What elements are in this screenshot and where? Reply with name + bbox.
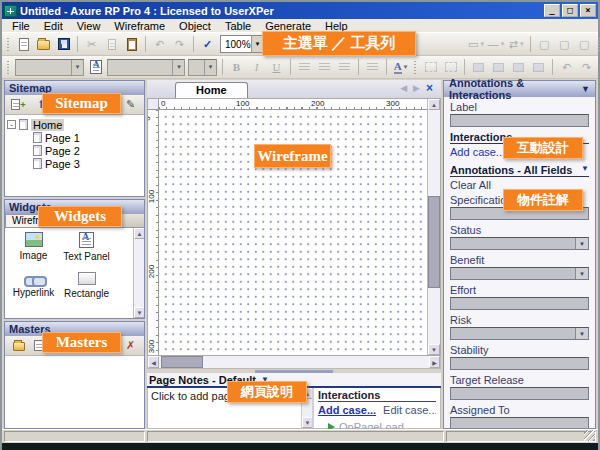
rotate-right-button[interactable]: ↷ bbox=[577, 58, 596, 77]
size-objects-button[interactable]: ▢ bbox=[575, 35, 594, 54]
widget-image[interactable]: Image bbox=[7, 232, 60, 262]
annotations-panel-header[interactable]: Annotations & Interactions ▼ bbox=[444, 81, 595, 97]
zoom-select[interactable]: 100% ▾ bbox=[220, 35, 265, 53]
tree-item-page3[interactable]: Page 3 bbox=[33, 157, 142, 170]
menu-object[interactable]: Object bbox=[173, 20, 217, 32]
prev-tab-icon[interactable]: ◀ bbox=[400, 83, 407, 93]
collapse-icon[interactable]: - bbox=[7, 120, 16, 129]
scroll-right-icon[interactable]: ▶ bbox=[429, 356, 440, 368]
italic-button[interactable]: I bbox=[247, 58, 266, 77]
toolbar-grip[interactable] bbox=[413, 59, 418, 75]
scrollbar-thumb[interactable] bbox=[161, 356, 203, 368]
underline-button[interactable]: U bbox=[267, 58, 286, 77]
tree-item-page1[interactable]: Page 1 bbox=[33, 131, 142, 144]
ungroup-button[interactable] bbox=[441, 58, 460, 77]
label-field-input[interactable] bbox=[450, 114, 589, 127]
maximize-button[interactable]: □ bbox=[562, 4, 578, 17]
rotate-left-button[interactable]: ↶ bbox=[557, 58, 576, 77]
line-style-button[interactable]: —▾ bbox=[487, 35, 506, 54]
cut-button[interactable]: ✂ bbox=[82, 35, 101, 54]
assigned-to-input[interactable] bbox=[450, 417, 589, 428]
overlay-masters-label: Masters bbox=[42, 332, 121, 353]
close-button[interactable]: × bbox=[580, 4, 596, 17]
minimize-button[interactable]: _ bbox=[544, 4, 560, 17]
effort-input[interactable] bbox=[450, 297, 589, 310]
distribute-objects-button[interactable]: ▢ bbox=[555, 35, 574, 54]
save-disk-icon bbox=[58, 38, 70, 50]
chevron-down-icon: ▼ bbox=[581, 84, 590, 94]
canvas-horizontal-scrollbar[interactable]: ◀ ▶ bbox=[147, 356, 441, 369]
next-tab-icon[interactable]: ▶ bbox=[413, 83, 420, 93]
scroll-up-icon[interactable]: ▲ bbox=[134, 228, 144, 239]
bring-forward-button[interactable] bbox=[509, 58, 528, 77]
style-editor-button[interactable] bbox=[86, 58, 105, 77]
border-style-button[interactable]: ▭▾ bbox=[467, 35, 486, 54]
copy-button[interactable] bbox=[102, 35, 121, 54]
menu-view[interactable]: View bbox=[71, 20, 107, 32]
align-right-button[interactable] bbox=[335, 58, 354, 77]
paste-button[interactable] bbox=[122, 35, 141, 54]
bold-button[interactable]: B bbox=[227, 58, 246, 77]
toolbar-grip[interactable] bbox=[597, 36, 600, 52]
toolbar-grip[interactable] bbox=[6, 36, 11, 52]
tree-item-home[interactable]: - Home bbox=[7, 118, 142, 131]
menu-wireframe[interactable]: Wireframe bbox=[108, 20, 171, 32]
chevron-down-icon: ▾ bbox=[204, 60, 216, 75]
widget-text-panel[interactable]: Text Panel bbox=[60, 232, 113, 262]
spellcheck-button[interactable]: ✓ bbox=[198, 35, 217, 54]
toolbar-grip[interactable] bbox=[6, 59, 11, 75]
delete-master-button[interactable]: ✗ bbox=[121, 338, 140, 354]
tree-item-page2[interactable]: Page 2 bbox=[33, 144, 142, 157]
send-backward-button[interactable] bbox=[529, 58, 548, 77]
menu-table[interactable]: Table bbox=[219, 20, 257, 32]
resize-grip[interactable] bbox=[584, 430, 595, 441]
scroll-up-icon[interactable]: ▲ bbox=[428, 99, 440, 110]
annotations-section-header[interactable]: Annotations - All Fields ▼ bbox=[450, 164, 589, 177]
tab-home[interactable]: Home bbox=[175, 82, 248, 98]
menu-file[interactable]: File bbox=[6, 20, 36, 32]
open-master-button[interactable] bbox=[9, 338, 28, 354]
benefit-select[interactable]: ▾ bbox=[450, 267, 589, 280]
scroll-left-icon[interactable]: ◀ bbox=[148, 356, 159, 368]
close-tab-icon[interactable]: × bbox=[426, 81, 433, 95]
style-select[interactable]: ▾ bbox=[15, 59, 84, 76]
target-release-input[interactable] bbox=[450, 387, 589, 400]
menu-generate[interactable]: Generate bbox=[259, 20, 317, 32]
bullet-list-button[interactable] bbox=[363, 58, 382, 77]
align-center-button[interactable] bbox=[315, 58, 334, 77]
bring-to-front-button[interactable] bbox=[469, 58, 488, 77]
widgets-scrollbar[interactable]: ▲ ▼ bbox=[133, 228, 144, 318]
menu-help[interactable]: Help bbox=[319, 20, 354, 32]
new-button[interactable] bbox=[14, 35, 33, 54]
masters-list[interactable] bbox=[5, 356, 144, 428]
add-case-link[interactable]: Add case... bbox=[318, 404, 376, 416]
font-color-button[interactable]: A▾ bbox=[391, 58, 410, 77]
ruler-mark: 200 bbox=[311, 99, 324, 108]
undo-button[interactable]: ↶ bbox=[150, 35, 169, 54]
menu-edit[interactable]: Edit bbox=[38, 20, 69, 32]
status-select[interactable]: ▾ bbox=[450, 237, 589, 250]
widget-rectangle[interactable]: Rectangle bbox=[60, 272, 113, 299]
scroll-down-icon[interactable]: ▼ bbox=[134, 307, 144, 318]
font-select[interactable]: ▾ bbox=[107, 59, 185, 76]
font-size-select[interactable]: ▾ bbox=[188, 59, 217, 76]
save-button[interactable] bbox=[54, 35, 73, 54]
status-segment bbox=[446, 431, 596, 442]
align-left-button[interactable] bbox=[295, 58, 314, 77]
widget-label: Hyperlink bbox=[13, 287, 55, 298]
arrow-style-button[interactable]: ⇄▾ bbox=[507, 35, 526, 54]
group-button[interactable] bbox=[421, 58, 440, 77]
edit-page-button[interactable]: ✎ bbox=[121, 97, 140, 113]
risk-select[interactable]: ▾ bbox=[450, 327, 589, 340]
stability-input[interactable] bbox=[450, 357, 589, 370]
redo-button[interactable]: ↷ bbox=[170, 35, 189, 54]
open-button[interactable] bbox=[34, 35, 53, 54]
widget-hyperlink[interactable]: Hyperlink bbox=[7, 272, 60, 299]
scroll-down-icon[interactable]: ▼ bbox=[428, 344, 440, 355]
canvas-vertical-scrollbar[interactable]: ▲ ▼ bbox=[427, 99, 440, 355]
add-page-button[interactable]: + bbox=[9, 97, 28, 113]
align-objects-button[interactable]: ▢ bbox=[535, 35, 554, 54]
send-to-back-button[interactable] bbox=[489, 58, 508, 77]
edit-case-link[interactable]: Edit case... bbox=[383, 404, 436, 416]
scrollbar-thumb[interactable] bbox=[428, 196, 440, 288]
